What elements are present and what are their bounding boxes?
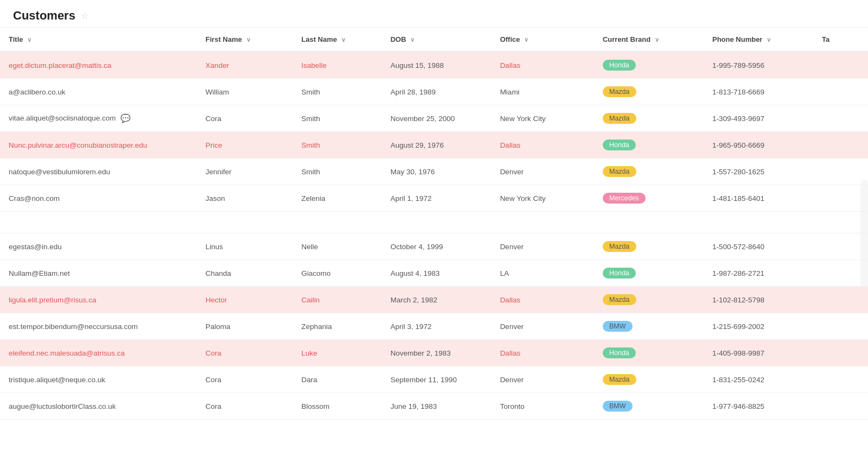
cell-dob: May 30, 1976 (382, 159, 492, 185)
table-row[interactable]: natoque@vestibulumlorem.eduJenniferSmith… (0, 159, 868, 185)
brand-badge: Mazda (603, 166, 636, 177)
page-title: Customers (13, 9, 75, 23)
cell-brand: Mazda (594, 159, 704, 185)
brand-badge: BMW (603, 401, 633, 412)
cell-firstname: Cora (197, 340, 293, 366)
cell-firstname: Price (197, 132, 293, 159)
sort-icon-lastname: ∨ (341, 36, 346, 43)
cell-title: ligula.elit.pretium@risus.ca (0, 287, 197, 313)
cell-brand: Mazda (594, 287, 704, 313)
cell-brand: Mazda (594, 233, 704, 260)
cell-ta (813, 313, 868, 340)
cell-ta (813, 287, 868, 313)
cell-ta (813, 233, 868, 260)
cell-office: Dallas (492, 287, 594, 313)
table-row[interactable]: augue@luctuslobortirClass.co.ukCoraBloss… (0, 393, 868, 420)
cell-lastname: Smith (293, 79, 382, 105)
cell-lastname: Zephania (293, 313, 382, 340)
table-row[interactable]: egestas@in.eduLinusNelleOctober 4, 1999D… (0, 233, 868, 260)
cell-dob: April 3, 1972 (382, 313, 492, 340)
cell-office: Dallas (492, 132, 594, 159)
cell-office: New York City (492, 185, 594, 212)
cell-office: Denver (492, 313, 594, 340)
cell-phone: 1-405-998-9987 (704, 340, 813, 366)
cell-dob: November 2, 1983 (382, 340, 492, 366)
cell-dob: November 25, 2000 (382, 105, 492, 132)
cell-lastname: Smith (293, 132, 382, 159)
cell-title: eget.dictum.placerat@mattis.ca (0, 52, 197, 79)
cell-brand: Honda (594, 340, 704, 366)
col-header-firstname[interactable]: First Name ∨ (197, 28, 293, 52)
cell-lastname: Smith (293, 159, 382, 185)
cell-firstname: Cora (197, 105, 293, 132)
cell-brand: Honda (594, 132, 704, 159)
table-row-empty (0, 212, 868, 233)
table-row[interactable]: Cras@non.comJasonZeleniaApril 1, 1972New… (0, 185, 868, 212)
col-header-ta: Ta (813, 28, 868, 52)
brand-badge: Honda (603, 60, 636, 71)
col-header-office[interactable]: Office ∨ (492, 28, 594, 52)
cell-ta (813, 159, 868, 185)
cell-phone: 1-995-789-5956 (704, 52, 813, 79)
cell-lastname: Smith (293, 105, 382, 132)
scrollbar[interactable] (860, 180, 868, 288)
table-row[interactable]: eget.dictum.placerat@mattis.caXanderIsab… (0, 52, 868, 79)
cell-firstname: Jennifer (197, 159, 293, 185)
table-row[interactable]: ligula.elit.pretium@risus.caHectorCailin… (0, 287, 868, 313)
favorite-star-icon[interactable]: ☆ (81, 11, 88, 21)
cell-lastname: Giacomo (293, 260, 382, 287)
sort-icon-dob: ∨ (410, 36, 414, 43)
col-header-title[interactable]: Title ∨ (0, 28, 197, 52)
sort-icon-firstname: ∨ (246, 36, 251, 43)
cell-phone: 1-309-493-9697 (704, 105, 813, 132)
cell-dob: August 4, 1983 (382, 260, 492, 287)
cell-dob: September 11, 1990 (382, 366, 492, 393)
cell-phone: 1-500-572-8640 (704, 233, 813, 260)
cell-dob: August 29, 1976 (382, 132, 492, 159)
cell-ta (813, 79, 868, 105)
cell-brand: BMW (594, 393, 704, 420)
table-row[interactable]: Nullam@Etiam.netChandaGiacomoAugust 4, 1… (0, 260, 868, 287)
chat-icon[interactable]: 💬 (120, 113, 131, 123)
brand-badge: Mazda (603, 374, 636, 385)
cell-firstname: Paloma (197, 313, 293, 340)
cell-office: Denver (492, 233, 594, 260)
col-header-brand[interactable]: Current Brand ∨ (594, 28, 704, 52)
cell-brand: Honda (594, 52, 704, 79)
cell-brand: BMW (594, 313, 704, 340)
table-row[interactable]: Nunc.pulvinar.arcu@conubianostraper.eduP… (0, 132, 868, 159)
cell-brand: Mazda (594, 105, 704, 132)
cell-title: vitae.aliquet@sociisnatoque.com💬 (0, 105, 197, 132)
brand-badge: Honda (603, 347, 636, 358)
cell-firstname: Cora (197, 393, 293, 420)
cell-phone: 1-987-286-2721 (704, 260, 813, 287)
cell-brand: Mazda (594, 366, 704, 393)
table-row[interactable]: eleifend.nec.malesuada@atrisus.caCoraLuk… (0, 340, 868, 366)
cell-brand: Honda (594, 260, 704, 287)
col-header-dob[interactable]: DOB ∨ (382, 28, 492, 52)
cell-ta (813, 132, 868, 159)
table-row[interactable]: vitae.aliquet@sociisnatoque.com💬CoraSmit… (0, 105, 868, 132)
cell-title: natoque@vestibulumlorem.edu (0, 159, 197, 185)
table-row[interactable]: est.tempor.bibendum@neccursusa.comPaloma… (0, 313, 868, 340)
table-row[interactable]: a@aclibero.co.ukWilliamSmithApril 28, 19… (0, 79, 868, 105)
cell-office: New York City (492, 105, 594, 132)
cell-office: Denver (492, 366, 594, 393)
cell-dob: March 2, 1982 (382, 287, 492, 313)
cell-office: Denver (492, 159, 594, 185)
cell-lastname: Luke (293, 340, 382, 366)
cell-lastname: Nelle (293, 233, 382, 260)
col-header-lastname[interactable]: Last Name ∨ (293, 28, 382, 52)
cell-phone: 1-557-280-1625 (704, 159, 813, 185)
col-header-phone[interactable]: Phone Number ∨ (704, 28, 813, 52)
cell-title: a@aclibero.co.uk (0, 79, 197, 105)
cell-dob: June 19, 1983 (382, 393, 492, 420)
cell-dob: April 28, 1989 (382, 79, 492, 105)
cell-dob: August 15, 1988 (382, 52, 492, 79)
cell-firstname: Hector (197, 287, 293, 313)
page-header: Customers ☆ (0, 0, 868, 28)
cell-firstname: Chanda (197, 260, 293, 287)
cell-ta (813, 393, 868, 420)
cell-lastname: Cailin (293, 287, 382, 313)
table-row[interactable]: tristique.aliquet@neque.co.ukCoraDaraSep… (0, 366, 868, 393)
